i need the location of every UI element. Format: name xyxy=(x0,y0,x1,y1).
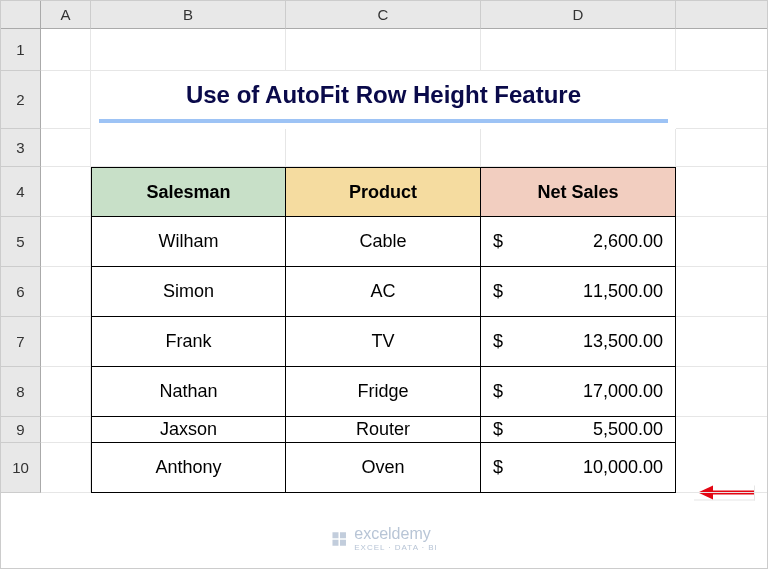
svg-rect-1 xyxy=(340,532,346,538)
row-header-4[interactable]: 4 xyxy=(1,167,41,217)
row-header-8[interactable]: 8 xyxy=(1,367,41,417)
cell-value: 2,600.00 xyxy=(593,231,663,252)
table-row[interactable]: Oven xyxy=(286,443,481,493)
table-row[interactable]: Nathan xyxy=(91,367,286,417)
table-row[interactable]: AC xyxy=(286,267,481,317)
cell-A7[interactable] xyxy=(41,317,91,367)
svg-rect-2 xyxy=(332,539,338,545)
table-row[interactable]: $ 10,000.00 xyxy=(481,443,676,493)
row-header-9[interactable]: 9 xyxy=(1,417,41,443)
table-row[interactable]: Cable xyxy=(286,217,481,267)
cell-D3[interactable] xyxy=(481,129,676,167)
table-row[interactable]: $ 2,600.00 xyxy=(481,217,676,267)
row-header-10[interactable]: 10 xyxy=(1,443,41,493)
row-header-1[interactable]: 1 xyxy=(1,29,41,71)
table-row[interactable]: Router xyxy=(286,417,481,443)
currency-symbol: $ xyxy=(493,331,503,352)
svg-rect-0 xyxy=(332,532,338,538)
cell-A6[interactable] xyxy=(41,267,91,317)
cell-A8[interactable] xyxy=(41,367,91,417)
table-header-product[interactable]: Product xyxy=(286,167,481,217)
cell-blank[interactable] xyxy=(676,29,768,71)
cell-blank[interactable] xyxy=(676,367,768,417)
excel-screenshot: A B C D 1 2 3 4 5 6 7 8 9 10 Use of Auto… xyxy=(0,0,768,569)
col-header-C[interactable]: C xyxy=(286,1,481,29)
table-row[interactable]: $ 5,500.00 xyxy=(481,417,676,443)
cell-value: 13,500.00 xyxy=(583,331,663,352)
watermark-tag: EXCEL · DATA · BI xyxy=(354,543,438,552)
cell-C3[interactable] xyxy=(286,129,481,167)
table-row[interactable]: TV xyxy=(286,317,481,367)
cell-blank[interactable] xyxy=(676,317,768,367)
table-row[interactable]: $ 13,500.00 xyxy=(481,317,676,367)
table-header-salesman[interactable]: Salesman xyxy=(91,167,286,217)
table-row[interactable]: $ 17,000.00 xyxy=(481,367,676,417)
cell-B1[interactable] xyxy=(91,29,286,71)
currency-symbol: $ xyxy=(493,457,503,478)
cell-D1[interactable] xyxy=(481,29,676,71)
select-all-corner[interactable] xyxy=(1,1,41,29)
table-row[interactable]: Frank xyxy=(91,317,286,367)
cell-A4[interactable] xyxy=(41,167,91,217)
cell-A3[interactable] xyxy=(41,129,91,167)
cell-blank[interactable] xyxy=(676,71,768,129)
cell-value: 11,500.00 xyxy=(583,281,663,302)
table-header-netsales[interactable]: Net Sales xyxy=(481,167,676,217)
table-row[interactable]: Jaxson xyxy=(91,417,286,443)
table-row[interactable]: Simon xyxy=(91,267,286,317)
currency-symbol: $ xyxy=(493,281,503,302)
page-title[interactable]: Use of AutoFit Row Height Feature xyxy=(99,71,668,123)
spreadsheet-grid: A B C D 1 2 3 4 5 6 7 8 9 10 Use of Auto… xyxy=(1,1,767,568)
row-header-7[interactable]: 7 xyxy=(1,317,41,367)
row-header-3[interactable]: 3 xyxy=(1,129,41,167)
cell-blank[interactable] xyxy=(676,129,768,167)
currency-symbol: $ xyxy=(493,419,503,440)
cell-value: 10,000.00 xyxy=(583,457,663,478)
svg-rect-3 xyxy=(340,539,346,545)
cell-blank[interactable] xyxy=(676,217,768,267)
cell-blank[interactable] xyxy=(676,167,768,217)
table-row[interactable]: $ 11,500.00 xyxy=(481,267,676,317)
col-header-A[interactable]: A xyxy=(41,1,91,29)
currency-symbol: $ xyxy=(493,231,503,252)
cell-blank[interactable] xyxy=(676,267,768,317)
logo-icon xyxy=(330,530,348,548)
watermark: exceldemy EXCEL · DATA · BI xyxy=(330,525,438,552)
col-header-D[interactable]: D xyxy=(481,1,676,29)
cell-A2[interactable] xyxy=(41,71,91,129)
table-row[interactable]: Wilham xyxy=(91,217,286,267)
cell-A1[interactable] xyxy=(41,29,91,71)
row-header-5[interactable]: 5 xyxy=(1,217,41,267)
table-row[interactable]: Fridge xyxy=(286,367,481,417)
cell-A10[interactable] xyxy=(41,443,91,493)
cell-A9[interactable] xyxy=(41,417,91,443)
cell-C1[interactable] xyxy=(286,29,481,71)
col-header-extra xyxy=(676,1,768,29)
row-header-2[interactable]: 2 xyxy=(1,71,41,129)
cell-B3[interactable] xyxy=(91,129,286,167)
cell-value: 17,000.00 xyxy=(583,381,663,402)
row-header-6[interactable]: 6 xyxy=(1,267,41,317)
cell-A5[interactable] xyxy=(41,217,91,267)
col-header-B[interactable]: B xyxy=(91,1,286,29)
cell-value: 5,500.00 xyxy=(593,419,663,440)
cell-blank[interactable] xyxy=(676,443,768,493)
table-row[interactable]: Anthony xyxy=(91,443,286,493)
watermark-brand: exceldemy xyxy=(354,525,430,542)
currency-symbol: $ xyxy=(493,381,503,402)
